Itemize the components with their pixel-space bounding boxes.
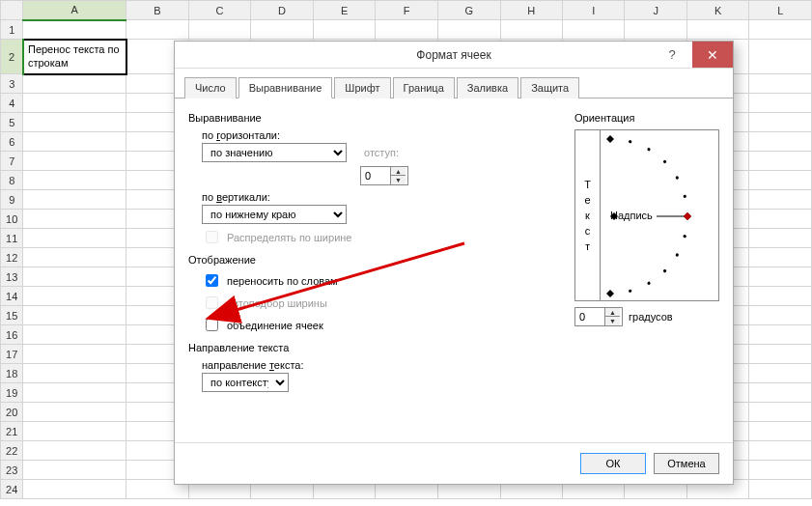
cell[interactable] <box>749 74 812 94</box>
cell[interactable] <box>23 461 126 480</box>
cell[interactable] <box>749 113 812 132</box>
row-header[interactable]: 17 <box>1 345 23 364</box>
row-header[interactable]: 13 <box>1 267 23 287</box>
cell[interactable] <box>749 229 812 248</box>
cell[interactable] <box>500 20 563 40</box>
cell[interactable] <box>749 20 812 40</box>
cell[interactable] <box>23 403 126 422</box>
cell[interactable] <box>749 94 812 113</box>
row-header[interactable]: 1 <box>1 20 23 40</box>
cell[interactable] <box>23 190 126 210</box>
tab-border[interactable]: Граница <box>393 77 455 98</box>
indent-up-icon[interactable]: ▲ <box>390 167 406 176</box>
wrap-text-checkbox[interactable] <box>206 274 218 287</box>
dialog-titlebar[interactable]: Формат ячеек ? ✕ <box>175 42 733 69</box>
cell[interactable] <box>625 20 686 40</box>
cell[interactable] <box>23 152 126 171</box>
orientation-dial[interactable]: Надпись <box>601 130 718 300</box>
degrees-input[interactable] <box>575 308 604 325</box>
cell[interactable] <box>23 94 126 113</box>
cell[interactable] <box>749 441 812 461</box>
help-button[interactable]: ? <box>652 42 692 68</box>
row-header[interactable]: 9 <box>1 190 23 210</box>
cell[interactable] <box>23 364 126 383</box>
cell[interactable] <box>749 480 812 499</box>
cell[interactable] <box>251 20 314 40</box>
cell[interactable] <box>376 20 438 40</box>
row-header[interactable]: 3 <box>1 74 23 94</box>
cell[interactable] <box>749 287 812 306</box>
cell[interactable] <box>23 74 126 94</box>
cell[interactable] <box>188 20 251 40</box>
ok-button[interactable]: ОК <box>580 453 646 474</box>
cell[interactable] <box>437 20 500 40</box>
cell[interactable] <box>23 480 126 499</box>
cell[interactable] <box>749 132 812 152</box>
indent-input[interactable] <box>361 167 390 184</box>
tab-fill[interactable]: Заливка <box>457 77 518 98</box>
orientation-vertical-text[interactable]: Т е к с т <box>575 130 601 300</box>
col-header-D[interactable]: D <box>251 1 314 20</box>
col-header-C[interactable]: C <box>188 1 251 20</box>
col-header-J[interactable]: J <box>625 1 686 20</box>
col-header-E[interactable]: E <box>313 1 376 20</box>
cell[interactable] <box>23 287 126 306</box>
cancel-button[interactable]: Отмена <box>654 453 719 474</box>
row-header[interactable]: 23 <box>1 461 23 480</box>
cell[interactable] <box>563 20 625 40</box>
row-header[interactable]: 14 <box>1 287 23 306</box>
cell[interactable] <box>23 113 126 132</box>
row-header[interactable]: 8 <box>1 171 23 190</box>
col-header-I[interactable]: I <box>563 1 625 20</box>
cell[interactable] <box>749 383 812 403</box>
cell[interactable] <box>23 441 126 461</box>
col-header-G[interactable]: G <box>437 1 500 20</box>
tab-protection[interactable]: Защита <box>520 77 579 98</box>
cell[interactable] <box>749 461 812 480</box>
cell[interactable] <box>23 345 126 364</box>
indent-spinner[interactable]: ▲ ▼ <box>360 166 408 185</box>
tab-font[interactable]: Шрифт <box>334 77 390 98</box>
tab-alignment[interactable]: Выравнивание <box>238 77 333 98</box>
row-header[interactable]: 4 <box>1 94 23 113</box>
cell[interactable] <box>23 210 126 229</box>
cell[interactable] <box>749 364 812 383</box>
cell[interactable] <box>749 40 812 74</box>
cell[interactable]: Перенос текста по строкам <box>23 40 126 74</box>
col-header-B[interactable]: B <box>126 1 189 20</box>
col-header-A[interactable]: A <box>23 1 126 20</box>
row-header[interactable]: 20 <box>1 403 23 422</box>
col-header-F[interactable]: F <box>376 1 438 20</box>
row-header[interactable]: 11 <box>1 229 23 248</box>
row-header[interactable]: 2 <box>1 40 23 74</box>
row-header[interactable]: 16 <box>1 325 23 345</box>
row-header[interactable]: 15 <box>1 306 23 325</box>
col-header-L[interactable]: L <box>749 1 812 20</box>
row-header[interactable]: 7 <box>1 152 23 171</box>
cell[interactable] <box>749 210 812 229</box>
row-header[interactable]: 12 <box>1 248 23 267</box>
cell[interactable] <box>23 267 126 287</box>
degrees-down-icon[interactable]: ▼ <box>604 317 620 325</box>
cell[interactable] <box>749 306 812 325</box>
degrees-spinner[interactable]: ▲ ▼ <box>574 307 623 326</box>
row-header[interactable]: 18 <box>1 364 23 383</box>
degrees-up-icon[interactable]: ▲ <box>604 308 620 317</box>
row-header[interactable]: 10 <box>1 210 23 229</box>
cell[interactable] <box>23 325 126 345</box>
row-header[interactable]: 5 <box>1 113 23 132</box>
cell[interactable] <box>126 20 189 40</box>
cell[interactable] <box>749 422 812 441</box>
row-header[interactable]: 6 <box>1 132 23 152</box>
tab-number[interactable]: Число <box>184 77 237 98</box>
row-header[interactable]: 22 <box>1 441 23 461</box>
cell[interactable] <box>23 422 126 441</box>
cell[interactable] <box>749 171 812 190</box>
horizontal-select[interactable]: по значению <box>202 143 347 162</box>
cell[interactable] <box>313 20 376 40</box>
col-header-K[interactable]: K <box>686 1 749 20</box>
cell[interactable] <box>23 132 126 152</box>
row-header[interactable]: 19 <box>1 383 23 403</box>
cell[interactable] <box>23 171 126 190</box>
cell[interactable] <box>749 248 812 267</box>
